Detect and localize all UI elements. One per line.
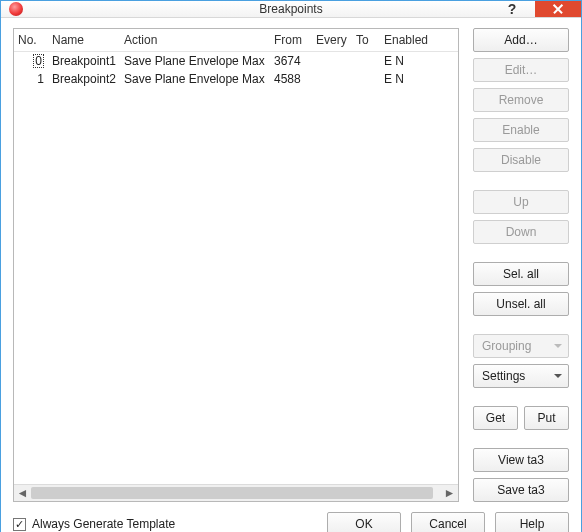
cell-action[interactable]: Save Plane Envelope Max <box>120 70 270 88</box>
footer-row: ✓ Always Generate Template OK Cancel Hel… <box>13 512 569 532</box>
cell-name[interactable]: Breakpoint2 <box>48 70 120 88</box>
focused-cell: 0 <box>33 54 44 68</box>
down-button[interactable]: Down <box>473 220 569 244</box>
cell-from[interactable]: 3674 <box>270 52 312 71</box>
dialog-window: Breakpoints ? No. Nam <box>0 0 582 532</box>
cell-to[interactable] <box>352 70 380 88</box>
cancel-button[interactable]: Cancel <box>411 512 485 532</box>
settings-label: Settings <box>482 369 525 383</box>
horizontal-scrollbar[interactable]: ◄ ► <box>14 484 458 501</box>
get-button[interactable]: Get <box>473 406 518 430</box>
table-row[interactable]: 1 Breakpoint2 Save Plane Envelope Max 45… <box>14 70 458 88</box>
checkbox-label: Always Generate Template <box>32 517 175 531</box>
add-button[interactable]: Add… <box>473 28 569 52</box>
help-button[interactable]: Help <box>495 512 569 532</box>
unselect-all-button[interactable]: Unsel. all <box>473 292 569 316</box>
col-header-from[interactable]: From <box>270 29 312 52</box>
save-ta3-button[interactable]: Save ta3 <box>473 478 569 502</box>
cell-action[interactable]: Save Plane Envelope Max <box>120 52 270 71</box>
cell-name[interactable]: Breakpoint1 <box>48 52 120 71</box>
edit-button[interactable]: Edit… <box>473 58 569 82</box>
col-header-no[interactable]: No. <box>14 29 48 52</box>
select-all-button[interactable]: Sel. all <box>473 262 569 286</box>
up-button[interactable]: Up <box>473 190 569 214</box>
disable-button[interactable]: Disable <box>473 148 569 172</box>
cell-from[interactable]: 4588 <box>270 70 312 88</box>
side-button-column: Add… Edit… Remove Enable Disable Up Down… <box>473 28 569 502</box>
col-header-to[interactable]: To <box>352 29 380 52</box>
window-buttons: ? <box>489 1 581 17</box>
view-ta3-button[interactable]: View ta3 <box>473 448 569 472</box>
enable-button[interactable]: Enable <box>473 118 569 142</box>
close-icon[interactable] <box>535 1 581 17</box>
cell-every[interactable] <box>312 52 352 71</box>
grid-table: No. Name Action From Every To Enabled <box>14 29 458 88</box>
col-header-enabled[interactable]: Enabled <box>380 29 458 52</box>
app-icon <box>9 2 23 16</box>
col-header-every[interactable]: Every <box>312 29 352 52</box>
scroll-thumb[interactable] <box>31 487 433 499</box>
ok-button[interactable]: OK <box>327 512 401 532</box>
cell-every[interactable] <box>312 70 352 88</box>
cell-no[interactable]: 0 <box>14 52 48 71</box>
table-row[interactable]: 0 Breakpoint1 Save Plane Envelope Max 36… <box>14 52 458 71</box>
grid-header-row: No. Name Action From Every To Enabled <box>14 29 458 52</box>
breakpoints-grid: No. Name Action From Every To Enabled <box>13 28 459 502</box>
grid-viewport[interactable]: No. Name Action From Every To Enabled <box>14 29 458 484</box>
main-row: No. Name Action From Every To Enabled <box>13 28 569 502</box>
remove-button[interactable]: Remove <box>473 88 569 112</box>
client-area: No. Name Action From Every To Enabled <box>1 18 581 532</box>
cell-no[interactable]: 1 <box>14 70 48 88</box>
scroll-right-icon[interactable]: ► <box>441 485 458 502</box>
cell-enabled[interactable]: E N <box>380 52 458 71</box>
col-header-name[interactable]: Name <box>48 29 120 52</box>
col-header-action[interactable]: Action <box>120 29 270 52</box>
grouping-dropdown[interactable]: Grouping <box>473 334 569 358</box>
chevron-down-icon <box>554 344 562 348</box>
scroll-track[interactable] <box>31 485 441 501</box>
grouping-label: Grouping <box>482 339 531 353</box>
checkbox-mark-icon: ✓ <box>13 518 26 531</box>
chevron-down-icon <box>554 374 562 378</box>
settings-dropdown[interactable]: Settings <box>473 364 569 388</box>
titlebar[interactable]: Breakpoints ? <box>1 1 581 18</box>
always-generate-template-checkbox[interactable]: ✓ Always Generate Template <box>13 517 175 531</box>
help-icon[interactable]: ? <box>489 1 535 17</box>
cell-enabled[interactable]: E N <box>380 70 458 88</box>
scroll-left-icon[interactable]: ◄ <box>14 485 31 502</box>
put-button[interactable]: Put <box>524 406 569 430</box>
cell-to[interactable] <box>352 52 380 71</box>
